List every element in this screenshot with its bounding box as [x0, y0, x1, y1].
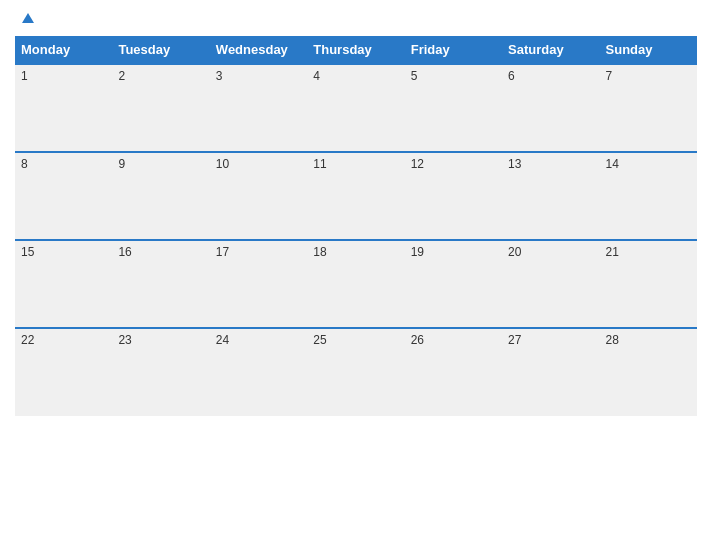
- calendar-day-cell: 6: [502, 64, 599, 152]
- day-number: 5: [411, 69, 496, 83]
- day-number: 22: [21, 333, 106, 347]
- calendar-day-cell: 17: [210, 240, 307, 328]
- calendar-week-row: 22232425262728: [15, 328, 697, 416]
- logo-triangle-icon: [22, 13, 34, 23]
- day-header-thursday: Thursday: [307, 36, 404, 64]
- calendar-day-cell: 10: [210, 152, 307, 240]
- day-number: 1: [21, 69, 106, 83]
- calendar-day-cell: 3: [210, 64, 307, 152]
- calendar-day-cell: 8: [15, 152, 112, 240]
- day-header-saturday: Saturday: [502, 36, 599, 64]
- day-header-sunday: Sunday: [600, 36, 697, 64]
- day-number: 17: [216, 245, 301, 259]
- calendar-day-cell: 14: [600, 152, 697, 240]
- calendar-week-row: 15161718192021: [15, 240, 697, 328]
- day-number: 10: [216, 157, 301, 171]
- day-number: 19: [411, 245, 496, 259]
- calendar-table: MondayTuesdayWednesdayThursdayFridaySatu…: [15, 36, 697, 416]
- calendar-day-cell: 22: [15, 328, 112, 416]
- day-number: 18: [313, 245, 398, 259]
- day-number: 8: [21, 157, 106, 171]
- day-number: 23: [118, 333, 203, 347]
- calendar-day-cell: 23: [112, 328, 209, 416]
- day-number: 26: [411, 333, 496, 347]
- calendar-day-cell: 11: [307, 152, 404, 240]
- calendar-day-cell: 15: [15, 240, 112, 328]
- day-number: 21: [606, 245, 691, 259]
- day-number: 25: [313, 333, 398, 347]
- calendar-header: [15, 10, 697, 28]
- calendar-day-cell: 12: [405, 152, 502, 240]
- calendar-day-cell: 16: [112, 240, 209, 328]
- day-number: 4: [313, 69, 398, 83]
- calendar-header-row: MondayTuesdayWednesdayThursdayFridaySatu…: [15, 36, 697, 64]
- calendar-day-cell: 20: [502, 240, 599, 328]
- day-number: 6: [508, 69, 593, 83]
- day-number: 11: [313, 157, 398, 171]
- day-number: 28: [606, 333, 691, 347]
- calendar-day-cell: 2: [112, 64, 209, 152]
- calendar-week-row: 1234567: [15, 64, 697, 152]
- calendar-day-cell: 21: [600, 240, 697, 328]
- calendar-day-cell: 1: [15, 64, 112, 152]
- day-number: 20: [508, 245, 593, 259]
- day-number: 16: [118, 245, 203, 259]
- calendar-day-cell: 4: [307, 64, 404, 152]
- calendar-day-cell: 5: [405, 64, 502, 152]
- day-header-monday: Monday: [15, 36, 112, 64]
- calendar-day-cell: 9: [112, 152, 209, 240]
- day-number: 14: [606, 157, 691, 171]
- logo-line1: [20, 10, 34, 28]
- calendar-container: MondayTuesdayWednesdayThursdayFridaySatu…: [0, 0, 712, 550]
- day-number: 9: [118, 157, 203, 171]
- day-number: 24: [216, 333, 301, 347]
- day-number: 27: [508, 333, 593, 347]
- day-header-tuesday: Tuesday: [112, 36, 209, 64]
- calendar-day-cell: 26: [405, 328, 502, 416]
- calendar-day-cell: 27: [502, 328, 599, 416]
- calendar-week-row: 891011121314: [15, 152, 697, 240]
- calendar-day-cell: 24: [210, 328, 307, 416]
- day-number: 12: [411, 157, 496, 171]
- day-header-friday: Friday: [405, 36, 502, 64]
- calendar-day-cell: 18: [307, 240, 404, 328]
- calendar-day-cell: 7: [600, 64, 697, 152]
- day-number: 7: [606, 69, 691, 83]
- day-number: 2: [118, 69, 203, 83]
- calendar-day-cell: 28: [600, 328, 697, 416]
- day-header-wednesday: Wednesday: [210, 36, 307, 64]
- day-number: 15: [21, 245, 106, 259]
- day-number: 3: [216, 69, 301, 83]
- calendar-day-cell: 13: [502, 152, 599, 240]
- calendar-day-cell: 19: [405, 240, 502, 328]
- calendar-day-cell: 25: [307, 328, 404, 416]
- logo-area: [20, 10, 34, 28]
- day-number: 13: [508, 157, 593, 171]
